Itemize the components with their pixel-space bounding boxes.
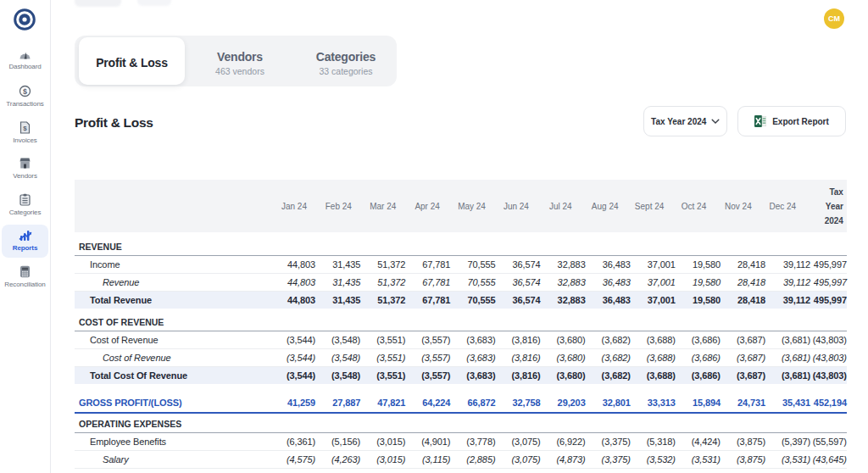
svg-text:$: $ [23,125,27,132]
svg-text:$: $ [23,87,27,96]
